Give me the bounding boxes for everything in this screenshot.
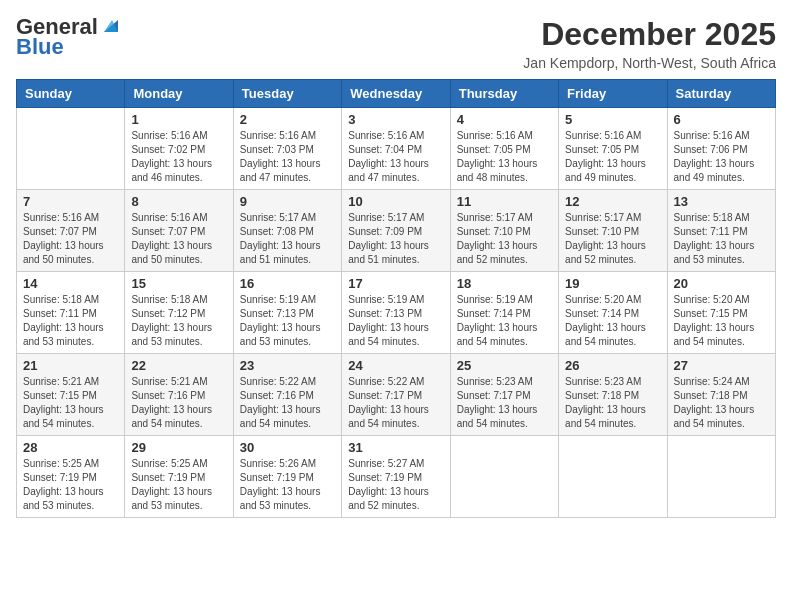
calendar-cell: 14Sunrise: 5:18 AMSunset: 7:11 PMDayligh… <box>17 272 125 354</box>
day-number: 13 <box>674 194 769 209</box>
day-number: 15 <box>131 276 226 291</box>
calendar-week-1: 1Sunrise: 5:16 AMSunset: 7:02 PMDaylight… <box>17 108 776 190</box>
day-number: 24 <box>348 358 443 373</box>
calendar-cell: 8Sunrise: 5:16 AMSunset: 7:07 PMDaylight… <box>125 190 233 272</box>
day-number: 5 <box>565 112 660 127</box>
calendar-cell: 26Sunrise: 5:23 AMSunset: 7:18 PMDayligh… <box>559 354 667 436</box>
day-info: Sunrise: 5:27 AMSunset: 7:19 PMDaylight:… <box>348 457 443 513</box>
day-info: Sunrise: 5:22 AMSunset: 7:16 PMDaylight:… <box>240 375 335 431</box>
day-number: 28 <box>23 440 118 455</box>
day-number: 29 <box>131 440 226 455</box>
day-number: 3 <box>348 112 443 127</box>
calendar-cell: 30Sunrise: 5:26 AMSunset: 7:19 PMDayligh… <box>233 436 341 518</box>
day-number: 19 <box>565 276 660 291</box>
day-info: Sunrise: 5:16 AMSunset: 7:07 PMDaylight:… <box>23 211 118 267</box>
calendar-cell <box>17 108 125 190</box>
calendar-cell: 7Sunrise: 5:16 AMSunset: 7:07 PMDaylight… <box>17 190 125 272</box>
page-header: General Blue December 2025 Jan Kempdorp,… <box>16 16 776 71</box>
day-info: Sunrise: 5:17 AMSunset: 7:10 PMDaylight:… <box>565 211 660 267</box>
calendar-header-row: SundayMondayTuesdayWednesdayThursdayFrid… <box>17 80 776 108</box>
calendar-cell: 16Sunrise: 5:19 AMSunset: 7:13 PMDayligh… <box>233 272 341 354</box>
calendar-cell: 15Sunrise: 5:18 AMSunset: 7:12 PMDayligh… <box>125 272 233 354</box>
calendar-cell: 25Sunrise: 5:23 AMSunset: 7:17 PMDayligh… <box>450 354 558 436</box>
day-info: Sunrise: 5:16 AMSunset: 7:03 PMDaylight:… <box>240 129 335 185</box>
col-header-sunday: Sunday <box>17 80 125 108</box>
day-info: Sunrise: 5:17 AMSunset: 7:10 PMDaylight:… <box>457 211 552 267</box>
logo-blue: Blue <box>16 34 64 59</box>
day-info: Sunrise: 5:21 AMSunset: 7:15 PMDaylight:… <box>23 375 118 431</box>
day-number: 4 <box>457 112 552 127</box>
day-number: 23 <box>240 358 335 373</box>
col-header-monday: Monday <box>125 80 233 108</box>
day-info: Sunrise: 5:23 AMSunset: 7:17 PMDaylight:… <box>457 375 552 431</box>
calendar-cell: 1Sunrise: 5:16 AMSunset: 7:02 PMDaylight… <box>125 108 233 190</box>
day-info: Sunrise: 5:25 AMSunset: 7:19 PMDaylight:… <box>131 457 226 513</box>
calendar-week-2: 7Sunrise: 5:16 AMSunset: 7:07 PMDaylight… <box>17 190 776 272</box>
day-number: 25 <box>457 358 552 373</box>
calendar-cell: 23Sunrise: 5:22 AMSunset: 7:16 PMDayligh… <box>233 354 341 436</box>
calendar-cell: 2Sunrise: 5:16 AMSunset: 7:03 PMDaylight… <box>233 108 341 190</box>
day-number: 18 <box>457 276 552 291</box>
calendar-cell: 29Sunrise: 5:25 AMSunset: 7:19 PMDayligh… <box>125 436 233 518</box>
calendar-cell: 31Sunrise: 5:27 AMSunset: 7:19 PMDayligh… <box>342 436 450 518</box>
day-number: 16 <box>240 276 335 291</box>
day-number: 10 <box>348 194 443 209</box>
calendar-cell: 4Sunrise: 5:16 AMSunset: 7:05 PMDaylight… <box>450 108 558 190</box>
calendar-cell: 10Sunrise: 5:17 AMSunset: 7:09 PMDayligh… <box>342 190 450 272</box>
logo-icon <box>100 14 122 36</box>
day-number: 20 <box>674 276 769 291</box>
calendar-cell: 9Sunrise: 5:17 AMSunset: 7:08 PMDaylight… <box>233 190 341 272</box>
calendar-cell: 5Sunrise: 5:16 AMSunset: 7:05 PMDaylight… <box>559 108 667 190</box>
calendar-cell: 18Sunrise: 5:19 AMSunset: 7:14 PMDayligh… <box>450 272 558 354</box>
day-number: 11 <box>457 194 552 209</box>
day-info: Sunrise: 5:16 AMSunset: 7:05 PMDaylight:… <box>565 129 660 185</box>
logo: General Blue <box>16 16 122 58</box>
day-number: 1 <box>131 112 226 127</box>
day-number: 14 <box>23 276 118 291</box>
calendar-cell: 20Sunrise: 5:20 AMSunset: 7:15 PMDayligh… <box>667 272 775 354</box>
day-number: 22 <box>131 358 226 373</box>
day-number: 30 <box>240 440 335 455</box>
day-number: 7 <box>23 194 118 209</box>
day-number: 17 <box>348 276 443 291</box>
calendar-cell: 21Sunrise: 5:21 AMSunset: 7:15 PMDayligh… <box>17 354 125 436</box>
day-number: 12 <box>565 194 660 209</box>
day-info: Sunrise: 5:20 AMSunset: 7:14 PMDaylight:… <box>565 293 660 349</box>
calendar-cell: 22Sunrise: 5:21 AMSunset: 7:16 PMDayligh… <box>125 354 233 436</box>
day-info: Sunrise: 5:24 AMSunset: 7:18 PMDaylight:… <box>674 375 769 431</box>
col-header-tuesday: Tuesday <box>233 80 341 108</box>
day-number: 26 <box>565 358 660 373</box>
day-info: Sunrise: 5:17 AMSunset: 7:09 PMDaylight:… <box>348 211 443 267</box>
calendar-cell <box>559 436 667 518</box>
day-info: Sunrise: 5:16 AMSunset: 7:02 PMDaylight:… <box>131 129 226 185</box>
day-info: Sunrise: 5:26 AMSunset: 7:19 PMDaylight:… <box>240 457 335 513</box>
day-info: Sunrise: 5:22 AMSunset: 7:17 PMDaylight:… <box>348 375 443 431</box>
day-info: Sunrise: 5:19 AMSunset: 7:14 PMDaylight:… <box>457 293 552 349</box>
calendar-cell: 13Sunrise: 5:18 AMSunset: 7:11 PMDayligh… <box>667 190 775 272</box>
calendar-cell: 17Sunrise: 5:19 AMSunset: 7:13 PMDayligh… <box>342 272 450 354</box>
calendar-cell: 12Sunrise: 5:17 AMSunset: 7:10 PMDayligh… <box>559 190 667 272</box>
calendar-cell: 3Sunrise: 5:16 AMSunset: 7:04 PMDaylight… <box>342 108 450 190</box>
calendar-cell: 11Sunrise: 5:17 AMSunset: 7:10 PMDayligh… <box>450 190 558 272</box>
day-info: Sunrise: 5:16 AMSunset: 7:06 PMDaylight:… <box>674 129 769 185</box>
day-info: Sunrise: 5:21 AMSunset: 7:16 PMDaylight:… <box>131 375 226 431</box>
calendar-cell <box>450 436 558 518</box>
day-number: 2 <box>240 112 335 127</box>
day-info: Sunrise: 5:18 AMSunset: 7:11 PMDaylight:… <box>674 211 769 267</box>
calendar-cell: 19Sunrise: 5:20 AMSunset: 7:14 PMDayligh… <box>559 272 667 354</box>
day-info: Sunrise: 5:16 AMSunset: 7:05 PMDaylight:… <box>457 129 552 185</box>
col-header-wednesday: Wednesday <box>342 80 450 108</box>
day-info: Sunrise: 5:16 AMSunset: 7:07 PMDaylight:… <box>131 211 226 267</box>
calendar-cell: 6Sunrise: 5:16 AMSunset: 7:06 PMDaylight… <box>667 108 775 190</box>
day-number: 27 <box>674 358 769 373</box>
day-info: Sunrise: 5:18 AMSunset: 7:11 PMDaylight:… <box>23 293 118 349</box>
calendar-week-3: 14Sunrise: 5:18 AMSunset: 7:11 PMDayligh… <box>17 272 776 354</box>
calendar-week-4: 21Sunrise: 5:21 AMSunset: 7:15 PMDayligh… <box>17 354 776 436</box>
calendar-cell: 28Sunrise: 5:25 AMSunset: 7:19 PMDayligh… <box>17 436 125 518</box>
day-number: 31 <box>348 440 443 455</box>
calendar-table: SundayMondayTuesdayWednesdayThursdayFrid… <box>16 79 776 518</box>
title-block: December 2025 Jan Kempdorp, North-West, … <box>523 16 776 71</box>
calendar-title: December 2025 <box>523 16 776 53</box>
col-header-saturday: Saturday <box>667 80 775 108</box>
calendar-week-5: 28Sunrise: 5:25 AMSunset: 7:19 PMDayligh… <box>17 436 776 518</box>
